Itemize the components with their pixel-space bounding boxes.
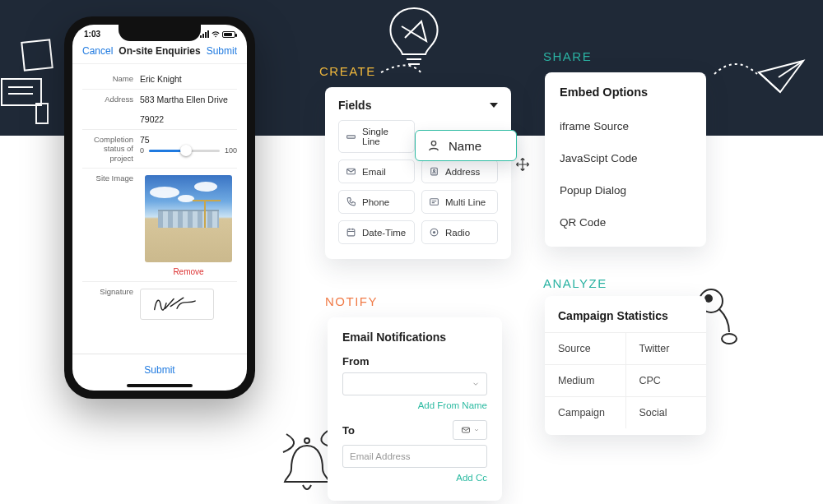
field-label: Date-Time [362, 228, 406, 238]
field-email[interactable]: Email [338, 160, 415, 183]
completion-label: Completion status of project [82, 135, 133, 163]
embed-options-card: Embed Options iframe Source JavaScipt Co… [545, 72, 706, 247]
lightbulb-doodle [377, 0, 451, 76]
field-phone[interactable]: Phone [338, 190, 415, 214]
zip-field[interactable]: 79022 [140, 114, 237, 124]
nav-title: On-site Enquiries [119, 45, 200, 57]
table-row: Source Twitter [545, 332, 706, 364]
from-select[interactable] [342, 372, 487, 395]
analyze-title: Campaign Statistics [545, 309, 706, 332]
multi-line-icon [429, 197, 439, 207]
section-label-notify: NOTIFY [325, 294, 378, 308]
svg-point-10 [433, 169, 435, 171]
embed-title: Embed Options [560, 86, 691, 110]
completion-slider[interactable] [149, 150, 220, 152]
field-label: Phone [362, 197, 389, 207]
remove-image-button[interactable]: Remove [173, 262, 203, 276]
add-cc-link[interactable]: Add Cc [342, 468, 487, 492]
svg-point-15 [431, 141, 435, 146]
chevron-down-icon [472, 380, 480, 388]
phone-frame: 1:03 Cancel On-site Enquiries Submit Nam… [64, 16, 255, 399]
nav-bar: Cancel On-site Enquiries Submit [72, 40, 247, 64]
move-cursor-icon [515, 157, 530, 172]
name-field[interactable]: Eric Knight [140, 74, 237, 84]
signature-label: Signature [82, 287, 133, 320]
field-address[interactable]: Address [421, 160, 498, 183]
slider-min: 0 [140, 146, 144, 155]
wifi-icon [212, 30, 220, 39]
email-icon [461, 425, 471, 435]
date-time-icon [346, 227, 356, 238]
field-name-dragging[interactable]: Name [415, 130, 517, 161]
notify-title: Email Notifications [342, 331, 487, 355]
svg-point-5 [722, 334, 737, 344]
svg-point-6 [305, 438, 309, 443]
notes-doodle [0, 36, 64, 135]
embed-option-popup[interactable]: Popup Dialog [560, 174, 691, 206]
battery-icon [222, 31, 235, 38]
section-label-analyze: ANALYZE [543, 276, 607, 290]
stat-key: Medium [545, 365, 626, 396]
signature-glyph [148, 294, 206, 315]
address-icon [429, 166, 439, 177]
home-indicator [127, 384, 193, 387]
cancel-button[interactable]: Cancel [82, 45, 113, 57]
name-label: Name [82, 74, 133, 84]
phone-screen: 1:03 Cancel On-site Enquiries Submit Nam… [72, 25, 247, 391]
svg-point-14 [433, 231, 435, 234]
stat-val: Social [626, 397, 707, 428]
slider-max: 100 [225, 146, 237, 155]
field-date-time[interactable]: Date-Time [338, 220, 415, 244]
add-from-name-link[interactable]: Add From Name [342, 395, 487, 420]
svg-rect-7 [347, 135, 356, 137]
phone-notch [119, 25, 201, 41]
svg-rect-2 [36, 104, 48, 123]
single-line-icon [346, 132, 356, 142]
table-row: Campaign Social [545, 396, 706, 428]
stat-key: Campaign [545, 397, 626, 428]
to-type-select[interactable] [453, 420, 487, 440]
phone-icon [346, 197, 356, 207]
completion-value: 75 [140, 135, 237, 145]
fields-card: Fields Single Line Email Address Phone M… [325, 87, 511, 259]
svg-rect-11 [430, 199, 439, 206]
submit-button-top[interactable]: Submit [207, 45, 237, 57]
chevron-down-icon [473, 427, 480, 433]
name-icon [427, 139, 440, 152]
site-image-thumb[interactable] [145, 175, 232, 262]
email-icon [346, 166, 356, 177]
address-field[interactable]: 583 Martha Ellen Drive [140, 95, 237, 104]
svg-rect-1 [2, 79, 41, 105]
to-email-input[interactable]: Email Address [342, 445, 487, 468]
field-label: Address [445, 167, 480, 177]
signature-field[interactable] [140, 289, 214, 320]
field-label: Email [362, 167, 386, 177]
stat-key: Source [545, 333, 626, 364]
field-label: Multi Line [445, 197, 486, 207]
embed-option-iframe[interactable]: iframe Source [560, 110, 691, 142]
form-body[interactable]: Name Eric Knight Address 583 Martha Elle… [72, 64, 247, 354]
field-label: Radio [445, 228, 470, 238]
address-label: Address [82, 95, 133, 104]
stat-val: CPC [626, 365, 707, 396]
svg-rect-0 [21, 39, 52, 70]
table-row: Medium CPC [545, 364, 706, 396]
embed-option-js[interactable]: JavaScipt Code [560, 142, 691, 174]
field-multi-line[interactable]: Multi Line [421, 190, 498, 214]
campaign-statistics-card: Campaign Statistics Source Twitter Mediu… [545, 296, 706, 435]
status-time: 1:03 [84, 30, 100, 39]
section-label-share: SHARE [543, 49, 592, 63]
zip-label [82, 114, 133, 124]
signal-icon [200, 30, 209, 38]
stat-val: Twitter [626, 333, 707, 364]
field-label: Name [449, 139, 481, 153]
svg-point-4 [705, 295, 712, 302]
chevron-down-icon[interactable] [490, 103, 498, 108]
field-single-line[interactable]: Single Line [338, 120, 415, 153]
field-radio[interactable]: Radio [421, 220, 498, 244]
submit-button-bottom[interactable]: Submit [72, 354, 247, 381]
section-label-create: CREATE [319, 64, 376, 78]
paper-plane-doodle [711, 49, 810, 115]
embed-option-qr[interactable]: QR Code [560, 206, 691, 238]
svg-rect-12 [347, 229, 355, 236]
